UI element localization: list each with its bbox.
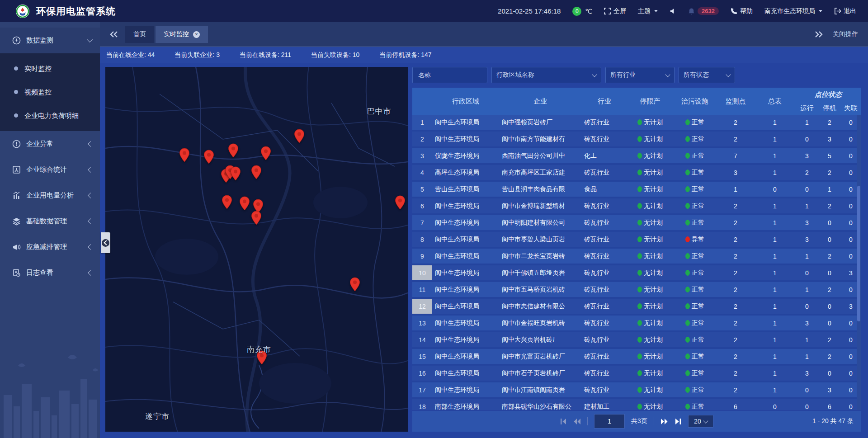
tab-bar: 首页 实时监控 ✕ 关闭操作 [100,22,868,47]
table-row[interactable]: 10 阆中生态环境局 阆中千佛镇五郎垭页岩 砖瓦行业 无计划 正常 2 1 0 … [412,265,861,282]
prev-page-button[interactable] [573,418,581,425]
sidebar-subitem-realtime-monitor[interactable]: 实时监控 [0,57,100,80]
cell-region: 阆中生态环境局 [432,235,499,244]
sidebar-item-power-analysis[interactable]: 企业用电量分析 [0,183,100,208]
cell-pollution-facility: 正常 [673,169,717,177]
table-row[interactable]: 4 高坪生态环境局 南充市高坪区王家店建 砖瓦行业 无计划 正常 3 1 2 2… [412,165,861,182]
tab-close-icon[interactable]: ✕ [193,31,200,38]
chevron-down-icon [726,72,731,77]
map-pin[interactable] [260,146,271,160]
sidebar-item-company-stats[interactable]: 企业综合统计 [0,157,100,183]
last-page-button[interactable] [675,418,682,425]
map-pin[interactable] [230,166,241,181]
map-pin[interactable] [395,195,406,210]
map-pin[interactable] [294,129,305,143]
next-page-button[interactable] [660,418,668,425]
status-filter-select[interactable]: 所有状态 [679,67,735,83]
close-operations-menu[interactable]: 关闭操作 [833,30,858,38]
double-chevron-right-icon[interactable] [815,31,823,38]
tab-realtime[interactable]: 实时监控 ✕ [156,26,208,43]
sidebar-item-company-abnormal[interactable]: 企业异常 [0,131,100,157]
map-pin[interactable] [349,277,360,292]
stat-item: 当前失联设备: 10 [311,51,359,59]
sidebar-subitem-video-monitor[interactable]: 视频监控 [0,80,100,104]
table-row[interactable]: 9 阆中生态环境局 阆中市二龙长宝页岩砖 砖瓦行业 无计划 正常 2 1 1 2… [412,249,861,265]
table-row[interactable]: 7 阆中生态环境局 阆中明阳建材有限公司 砖瓦行业 无计划 正常 2 1 3 0… [412,215,861,232]
point-status-group-header: 点位状态 运行停机失联 [796,88,861,115]
status-dot [637,136,642,142]
sidebar-item-base-data[interactable]: 基础数据管理 [0,208,100,234]
map-pin[interactable] [239,196,250,211]
skip-last-icon [675,418,682,425]
cell-industry: 砖瓦行业 [581,286,627,294]
sidebar-subitem-power-load-detail[interactable]: 企业电力负荷明细 [0,104,100,127]
map-pin[interactable] [228,143,239,158]
fullscreen-button[interactable]: 全屏 [604,7,626,15]
app-title: 环保用电监管系统 [36,5,116,18]
page-number-input[interactable] [594,414,625,429]
megaphone-icon [12,243,21,252]
help-button[interactable]: 帮助 [731,7,753,15]
map-pin[interactable] [179,148,190,162]
sound-button[interactable] [670,8,676,14]
app-logo-icon [15,4,30,19]
table-row[interactable]: 17 阆中生态环境局 阆中市江南镇阆南页岩 砖瓦行业 无计划 正常 2 1 0 … [412,382,861,399]
status-dot [685,320,690,326]
chevron-down-icon [654,10,658,12]
temperature-unit: ℃ [585,8,592,15]
table-row[interactable]: 12 阆中生态环境局 阆中市忠信建材有限公 砖瓦行业 无计划 正常 2 1 0 … [412,299,861,316]
column-header: 监测点 [717,88,754,115]
cell-stop-limit: 无计划 [627,302,673,311]
notifications[interactable]: 2632 [688,7,719,15]
industry-filter-select[interactable]: 所有行业 [605,67,675,83]
cell-total-meter: 1 [754,119,796,126]
cell-running: 3 [796,219,818,226]
sidebar-item-data-monitoring[interactable]: 数据监测 [0,28,100,53]
first-page-button[interactable] [560,418,567,425]
org-menu[interactable]: 南充市生态环境局 [764,7,822,15]
table-row[interactable]: 2 阆中生态环境局 阆中市南方节能建材有 砖瓦行业 无计划 正常 2 1 0 3… [412,132,861,148]
theme-menu[interactable]: 主题 [638,7,658,15]
sidebar-item-log-view[interactable]: 日志查看 [0,260,100,286]
map-pin[interactable] [251,211,262,225]
cell-industry: 砖瓦行业 [581,169,627,177]
cell-monitor-points: 2 [717,353,754,360]
table-row[interactable]: 6 阆中生态环境局 阆中市金博瑞新型墙材 砖瓦行业 无计划 正常 2 1 1 2… [412,198,861,215]
table-scrollbar[interactable] [857,115,861,410]
table-row[interactable]: 3 仪陇生态环境局 西南油气田分公司川中 化工 无计划 正常 7 1 3 5 0 [412,148,861,165]
table-body: 1 阆中生态环境局 阆中强锐页岩砖厂 砖瓦行业 无计划 正常 2 1 1 2 0… [412,115,861,410]
table-row[interactable]: 16 阆中生态环境局 阆中市石子页岩机砖厂 砖瓦行业 无计划 正常 2 1 3 … [412,366,861,382]
tab-home[interactable]: 首页 [125,26,154,43]
sidebar-item-emergency-reduction[interactable]: 应急减排管理 [0,234,100,260]
table-row[interactable]: 18 南部生态环境局 南部县砚华山沙石有限公 建材加工 无计划 正常 6 0 0… [412,399,861,410]
region-filter-select[interactable]: 行政区域名称 [491,67,601,83]
map-pin[interactable] [251,165,262,179]
table-row[interactable]: 15 阆中生态环境局 阆中市光富页岩机砖厂 砖瓦行业 无计划 正常 2 1 1 … [412,349,861,366]
table-row[interactable]: 11 阆中生态环境局 阆中市五马桥页岩机砖 砖瓦行业 无计划 正常 2 1 1 … [412,282,861,299]
scrollbar-thumb[interactable] [857,186,860,321]
table-row[interactable]: 13 阆中生态环境局 阆中市金福旺页岩机砖 砖瓦行业 无计划 正常 2 1 3 … [412,316,861,332]
cell-pollution-facility: 正常 [673,118,717,127]
cell-stop-limit: 无计划 [627,369,673,377]
map-city-label: 南充市 [247,344,271,354]
table-row[interactable]: 1 阆中生态环境局 阆中强锐页岩砖厂 砖瓦行业 无计划 正常 2 1 1 2 0 [412,115,861,132]
main-area: 首页 实时监控 ✕ 关闭操作 当前在线企业: 44当前失联企业: 3当前在线设备… [100,22,868,438]
table-row[interactable]: 5 营山生态环境局 营山县润丰肉食品有限 食品 无计划 正常 1 0 0 1 0 [412,182,861,198]
cell-industry: 砖瓦行业 [581,135,627,143]
chevron-left-icon [88,244,94,250]
cell-total-meter: 1 [754,236,796,243]
cell-industry: 砖瓦行业 [581,369,627,377]
map-pin[interactable] [222,195,232,209]
table-row[interactable]: 14 阆中生态环境局 阆中大兴页岩机砖厂 砖瓦行业 无计划 正常 2 1 1 2… [412,332,861,349]
logout-button[interactable]: 退出 [834,7,856,15]
name-filter-input[interactable] [417,71,482,79]
panel-collapse-button[interactable] [101,232,110,253]
map-pin[interactable] [203,150,214,164]
company-table: 行政区域企业行业停限产治污设施监测点总表 点位状态 运行停机失联 1 阆中生态环… [412,88,861,410]
page-size-select[interactable]: 20 [688,415,713,428]
table-row[interactable]: 8 阆中生态环境局 阆中市枣碧大梁山页岩 砖瓦行业 无计划 异常 2 1 3 0… [412,232,861,249]
tabs-scroll-left-button[interactable] [110,31,118,38]
map-panel[interactable]: 巴中市南充市遂宁市 [105,67,408,432]
cell-stop-limit: 无计划 [627,353,673,361]
cell-region: 阆中生态环境局 [432,336,499,344]
